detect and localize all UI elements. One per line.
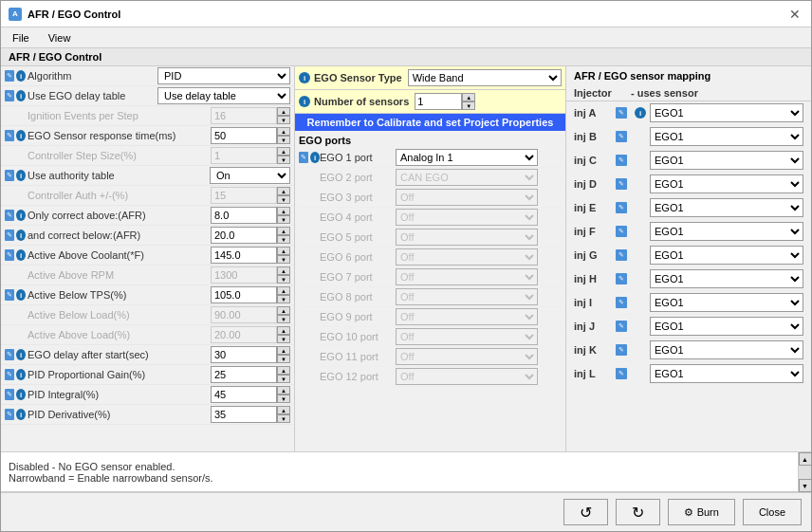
spin-up-active-coolant[interactable]: ▲ <box>277 247 290 255</box>
info-icon-ego-response[interactable]: i <box>16 130 26 141</box>
input-active-below-load[interactable] <box>211 306 277 323</box>
select-injA[interactable]: EGO1 <box>650 103 803 122</box>
spin-down-ego-response[interactable]: ▼ <box>277 136 290 144</box>
edit-icon-injD[interactable]: ✎ <box>616 178 627 190</box>
select-injL[interactable]: EGO1 <box>650 364 803 383</box>
select-injI[interactable]: EGO1 <box>650 293 803 312</box>
spin-down-ignition[interactable]: ▼ <box>277 116 290 124</box>
spin-down-ego-delay-start[interactable]: ▼ <box>277 355 290 363</box>
undo-button[interactable]: ↺ <box>563 499 608 525</box>
spin-up-controller-auth[interactable]: ▲ <box>277 187 290 195</box>
input-ego-response[interactable] <box>211 127 277 144</box>
input-pid-integral[interactable] <box>211 386 277 403</box>
spin-down-pid-derivative[interactable]: ▼ <box>277 414 290 423</box>
edit-icon-injE[interactable]: ✎ <box>616 202 627 213</box>
spin-down-active-rpm[interactable]: ▼ <box>277 275 290 284</box>
edit-icon-injJ[interactable]: ✎ <box>616 321 627 332</box>
info-icon-ego1-port[interactable]: i <box>310 152 320 163</box>
redo-button[interactable]: ↻ <box>616 499 660 525</box>
select-ego12-port[interactable]: Off <box>396 368 538 385</box>
input-pid-derivative[interactable] <box>211 406 277 423</box>
info-icon-correct-above[interactable]: i <box>16 210 26 221</box>
select-injF[interactable]: EGO1 <box>650 222 803 241</box>
select-ego7-port[interactable]: Off <box>396 268 538 285</box>
input-correct-below[interactable] <box>211 227 277 244</box>
info-icon-pid-prop[interactable]: i <box>16 369 26 380</box>
select-injH[interactable]: EGO1 <box>650 269 803 288</box>
edit-icon-active-coolant[interactable]: ✎ <box>5 249 14 261</box>
info-icon-algorithm[interactable]: i <box>16 70 26 82</box>
window-close-button[interactable]: ✕ <box>786 6 803 23</box>
select-injC[interactable]: EGO1 <box>650 151 803 170</box>
spin-up-pid-integral[interactable]: ▲ <box>277 386 290 394</box>
status-scrollbar[interactable]: ▲ ▼ <box>798 452 811 492</box>
spin-up-below-load[interactable]: ▲ <box>277 306 290 315</box>
info-icon-pid-derivative[interactable]: i <box>16 409 26 420</box>
spin-up-correct-below[interactable]: ▲ <box>277 227 290 235</box>
spin-up-ignition[interactable]: ▲ <box>277 107 290 116</box>
select-injE[interactable]: EGO1 <box>650 198 803 217</box>
select-ego9-port[interactable]: Off <box>396 308 538 325</box>
info-icon-correct-below[interactable]: i <box>16 229 26 241</box>
edit-icon-authority[interactable]: ✎ <box>5 170 14 181</box>
edit-icon-injK[interactable]: ✎ <box>616 344 627 356</box>
close-button[interactable]: Close <box>743 499 802 525</box>
edit-icon-ego-response[interactable]: ✎ <box>5 130 14 141</box>
spin-up-num-sensors[interactable]: ▲ <box>462 93 475 101</box>
spin-down-correct-above[interactable]: ▼ <box>277 215 290 224</box>
edit-icon-ego-delay[interactable]: ✎ <box>5 90 14 101</box>
select-ego10-port[interactable]: Off <box>396 328 538 345</box>
info-icon-ego-sensor-type[interactable]: i <box>299 72 310 83</box>
spin-up-active-rpm[interactable]: ▲ <box>277 266 290 275</box>
spin-up-controller-step[interactable]: ▲ <box>277 147 290 156</box>
input-active-above-load[interactable] <box>211 326 277 343</box>
select-algorithm[interactable]: PID <box>157 67 290 84</box>
input-ego-delay-start[interactable] <box>211 346 277 363</box>
select-injB[interactable]: EGO1 <box>650 127 803 146</box>
input-num-sensors[interactable] <box>415 93 462 110</box>
info-icon-ego-delay-start[interactable]: i <box>16 349 26 360</box>
select-ego4-port[interactable]: Off <box>396 209 538 226</box>
edit-icon-active-tps[interactable]: ✎ <box>5 289 14 301</box>
select-ego1-port[interactable]: Analog In 1 <box>396 149 538 166</box>
edit-icon-ego1-port[interactable]: ✎ <box>299 152 308 163</box>
edit-icon-injB[interactable]: ✎ <box>616 131 627 142</box>
spin-up-above-load[interactable]: ▲ <box>277 326 290 335</box>
input-active-tps[interactable] <box>211 286 277 303</box>
info-icon-ego-delay[interactable]: i <box>16 90 26 101</box>
input-active-rpm[interactable] <box>211 266 277 284</box>
spin-down-controller-step[interactable]: ▼ <box>277 156 290 164</box>
select-ego-delay-table[interactable]: Use delay table <box>157 87 290 104</box>
select-use-authority[interactable]: On Off <box>210 167 290 184</box>
edit-icon-injC[interactable]: ✎ <box>616 155 627 166</box>
spin-down-below-load[interactable]: ▼ <box>277 315 290 323</box>
edit-icon-injL[interactable]: ✎ <box>616 368 627 379</box>
info-icon-authority[interactable]: i <box>16 170 26 181</box>
edit-icon-injG[interactable]: ✎ <box>616 249 627 261</box>
input-active-coolant[interactable] <box>211 247 277 264</box>
edit-icon-injF[interactable]: ✎ <box>616 226 627 237</box>
input-pid-prop[interactable] <box>211 366 277 383</box>
input-controller-auth[interactable] <box>211 187 277 204</box>
info-icon-active-coolant[interactable]: i <box>16 249 26 261</box>
edit-icon-pid-derivative[interactable]: ✎ <box>5 409 14 420</box>
burn-button[interactable]: ⚙ Burn <box>668 499 735 525</box>
edit-icon-injA[interactable]: ✎ <box>616 107 627 119</box>
spin-down-above-load[interactable]: ▼ <box>277 335 290 343</box>
edit-icon-algorithm[interactable]: ✎ <box>5 70 14 82</box>
spin-up-ego-delay-start[interactable]: ▲ <box>277 346 290 355</box>
info-icon-pid-integral[interactable]: i <box>16 389 26 400</box>
select-ego11-port[interactable]: Off <box>396 348 538 365</box>
scrollbar-down-btn[interactable]: ▼ <box>799 479 812 492</box>
edit-icon-correct-below[interactable]: ✎ <box>5 229 14 241</box>
menu-view[interactable]: View <box>45 31 75 45</box>
menu-file[interactable]: File <box>9 31 33 45</box>
select-ego5-port[interactable]: Off <box>396 229 538 246</box>
edit-icon-injI[interactable]: ✎ <box>616 297 627 308</box>
select-injG[interactable]: EGO1 <box>650 246 803 265</box>
spin-up-correct-above[interactable]: ▲ <box>277 207 290 215</box>
select-injD[interactable]: EGO1 <box>650 174 803 193</box>
spin-up-active-tps[interactable]: ▲ <box>277 286 290 295</box>
info-icon-num-sensors[interactable]: i <box>299 96 310 107</box>
spin-down-num-sensors[interactable]: ▼ <box>462 101 475 110</box>
